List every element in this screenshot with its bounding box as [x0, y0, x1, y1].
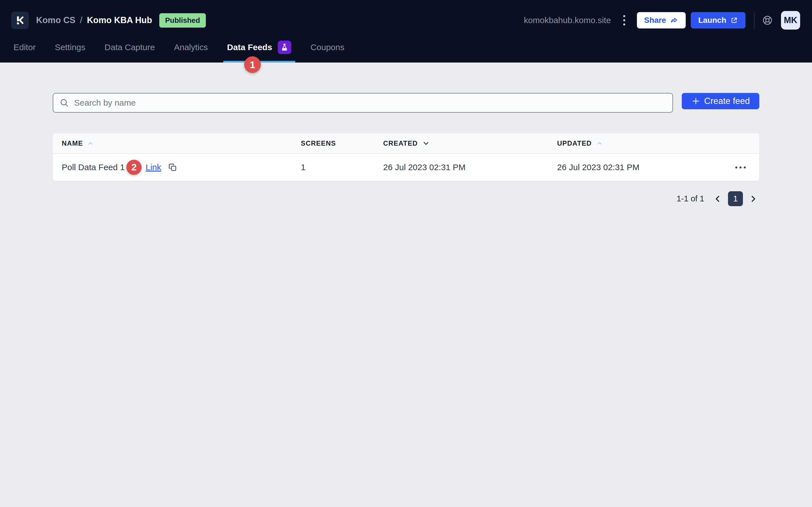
- column-header-name[interactable]: NAME: [53, 139, 301, 147]
- table-header-row: NAME SCREENS CREATED: [53, 133, 759, 154]
- pagination-page-1-button[interactable]: 1: [728, 191, 743, 206]
- column-header-updated[interactable]: UPDATED: [557, 139, 759, 147]
- share-button[interactable]: Share: [637, 12, 686, 29]
- header-top-row: Komo CS / Komo KBA Hub Published komokba…: [0, 0, 812, 29]
- breadcrumb-separator: /: [80, 15, 83, 25]
- annotation-step-2-number: 2: [132, 162, 137, 173]
- avatar-initials: MK: [784, 15, 797, 25]
- tab-coupons[interactable]: Coupons: [310, 38, 344, 62]
- annotation-step-2: 2: [126, 160, 142, 175]
- pagination-next-chevron-icon[interactable]: [747, 191, 759, 206]
- feed-updated-value: 26 Jul 2023 02:31 PM: [557, 163, 640, 172]
- share-button-label: Share: [644, 16, 666, 25]
- tab-editor[interactable]: Editor: [13, 38, 36, 62]
- hub-nav-tabs: Editor Settings Data Capture Analytics D…: [13, 38, 363, 62]
- komo-logo-icon: [14, 15, 26, 26]
- breadcrumb-hub-name[interactable]: Komo KBA Hub: [87, 15, 152, 25]
- feed-name: Poll Data Feed 1: [62, 163, 124, 172]
- breadcrumb: Komo CS / Komo KBA Hub: [36, 15, 152, 25]
- feed-updated-cell: 26 Jul 2023 02:31 PM: [557, 163, 759, 172]
- user-avatar[interactable]: MK: [781, 11, 800, 30]
- tab-analytics-label: Analytics: [174, 41, 208, 54]
- pagination-prev-chevron-icon[interactable]: [712, 191, 724, 206]
- main-content: Create feed NAME SCREENS CREATED: [0, 62, 812, 206]
- tab-data-feeds-label: Data Feeds: [227, 41, 272, 54]
- tab-data-capture-label: Data Capture: [105, 41, 155, 54]
- column-header-screens-label: SCREENS: [301, 139, 336, 147]
- pagination: 1-1 of 1 1: [53, 191, 759, 206]
- flask-badge: [278, 41, 291, 54]
- feed-link[interactable]: Link: [146, 163, 161, 172]
- create-feed-label: Create feed: [704, 96, 750, 106]
- search-input[interactable]: [53, 93, 673, 113]
- feed-created-cell: 26 Jul 2023 02:31 PM: [383, 163, 557, 172]
- create-feed-button[interactable]: Create feed: [682, 93, 759, 109]
- column-header-screens[interactable]: SCREENS: [301, 139, 383, 147]
- tab-editor-label: Editor: [13, 41, 36, 54]
- copy-link-icon[interactable]: [167, 162, 177, 172]
- column-header-name-label: NAME: [62, 139, 83, 147]
- tab-data-capture[interactable]: Data Capture: [105, 38, 155, 62]
- feed-name-cell: Poll Data Feed 1 2 Link: [53, 160, 301, 175]
- annotation-step-1: 1: [244, 56, 261, 73]
- feed-screens-cell: 1: [301, 163, 383, 172]
- app-screen: Komo CS / Komo KBA Hub Published komokba…: [0, 0, 812, 507]
- column-header-created[interactable]: CREATED: [383, 139, 557, 148]
- caret-up-icon: [596, 140, 603, 147]
- tab-data-feeds[interactable]: Data Feeds: [227, 38, 291, 62]
- published-status-badge: Published: [159, 13, 206, 27]
- komo-logo[interactable]: [11, 11, 29, 29]
- kebab-menu-icon[interactable]: [619, 13, 629, 27]
- breadcrumb-workspace[interactable]: Komo CS: [36, 15, 75, 25]
- table-row: Poll Data Feed 1 2 Link 1: [53, 154, 759, 181]
- feeds-toolbar: Create feed: [53, 93, 759, 113]
- row-actions-ellipsis-icon[interactable]: [735, 166, 746, 168]
- column-header-updated-label: UPDATED: [557, 139, 592, 147]
- header-divider: [754, 11, 755, 29]
- search-field-wrap: [53, 93, 673, 113]
- tab-settings[interactable]: Settings: [55, 38, 85, 62]
- tab-analytics[interactable]: Analytics: [174, 38, 208, 62]
- flask-icon: [280, 43, 289, 52]
- share-icon: [670, 16, 678, 24]
- external-link-icon: [730, 16, 738, 24]
- data-feeds-table: NAME SCREENS CREATED: [53, 133, 759, 181]
- help-lifebuoy-icon[interactable]: [762, 15, 773, 26]
- tab-settings-label: Settings: [55, 41, 85, 54]
- top-header: Komo CS / Komo KBA Hub Published komokba…: [0, 0, 812, 62]
- site-url-text[interactable]: komokbahub.komo.site: [524, 15, 611, 25]
- pagination-page-1-label: 1: [733, 194, 738, 203]
- launch-button[interactable]: Launch: [691, 12, 746, 29]
- plus-icon: [691, 97, 700, 106]
- annotation-step-1-number: 1: [250, 59, 255, 70]
- header-actions: komokbahub.komo.site Share: [524, 11, 800, 30]
- caret-up-icon: [87, 140, 94, 147]
- chevron-down-icon: [422, 139, 430, 148]
- launch-button-label: Launch: [698, 16, 726, 25]
- column-header-created-label: CREATED: [383, 139, 418, 147]
- tab-coupons-label: Coupons: [310, 41, 344, 54]
- feed-created-value: 26 Jul 2023 02:31 PM: [383, 163, 465, 172]
- search-icon: [59, 98, 69, 108]
- feed-screens-value: 1: [301, 163, 306, 172]
- pagination-range-label: 1-1 of 1: [677, 194, 704, 203]
